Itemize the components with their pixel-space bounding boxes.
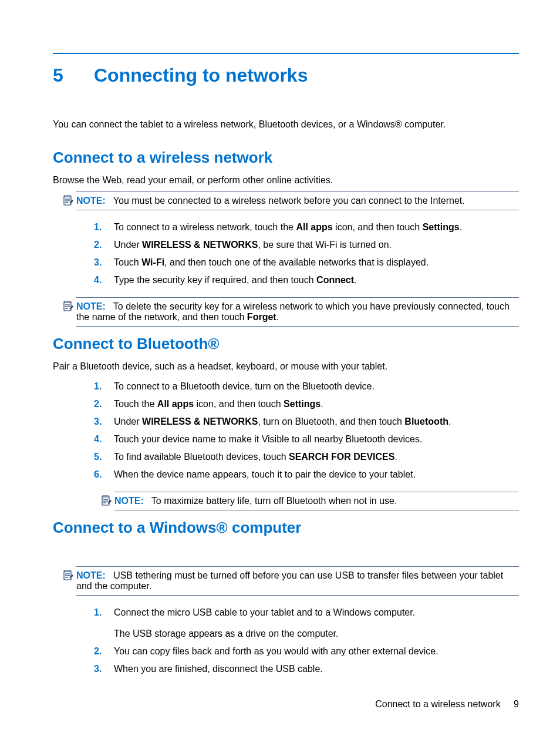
windows-steps: 1.Connect the micro USB cable to your ta… — [94, 604, 519, 678]
step-text: Touch your device name to make it Visibl… — [114, 434, 519, 445]
note-icon — [62, 300, 74, 312]
footer-text: Connect to a wireless network — [375, 699, 500, 709]
step-text: When the device name appears, touch it t… — [114, 469, 519, 480]
document-page: 5Connecting to networks You can connect … — [0, 0, 560, 746]
note-text: You must be connected to a wireless netw… — [113, 196, 465, 206]
chapter-heading: 5Connecting to networks — [53, 65, 519, 86]
step-number: 6. — [94, 469, 114, 480]
step-item: 1.Connect the micro USB cable to your ta… — [94, 604, 519, 643]
chapter-rule — [53, 53, 519, 54]
step-item: 3.Touch Wi-Fi, and then touch one of the… — [94, 254, 519, 271]
step-text: To connect to a wireless network, touch … — [114, 222, 519, 233]
step-item: 2.Under WIRELESS & NETWORKS, be sure tha… — [94, 236, 519, 254]
step-number: 5. — [94, 452, 114, 462]
note-icon — [100, 495, 112, 506]
note-icon — [62, 194, 74, 206]
chapter-intro: You can connect the tablet to a wireless… — [53, 119, 519, 130]
step-item: 5.To find available Bluetooth devices, t… — [94, 448, 519, 466]
wireless-lead: Browse the Web, read your email, or perf… — [53, 175, 519, 186]
step-text: To find available Bluetooth devices, tou… — [114, 452, 519, 462]
step-item: 3.When you are finished, disconnect the … — [94, 660, 519, 678]
note-text: To delete the security key for a wireles… — [76, 301, 510, 322]
step-number: 4. — [94, 275, 114, 285]
windows-note: NOTE: USB tethering must be turned off b… — [76, 566, 519, 596]
step-text: Connect the micro USB cable to your tabl… — [114, 607, 519, 639]
step-text: Type the security key if required, and t… — [114, 275, 519, 285]
step-text: Touch Wi-Fi, and then touch one of the a… — [114, 257, 519, 268]
note-label: NOTE: — [114, 496, 144, 506]
step-item: 1.To connect to a wireless network, touc… — [94, 219, 519, 236]
wireless-note-1: NOTE: You must be connected to a wireles… — [76, 191, 519, 210]
step-item: 1.To connect to a Bluetooth device, turn… — [94, 378, 519, 395]
chapter-number: 5 — [53, 65, 94, 86]
note-text: USB tethering must be turned off before … — [76, 570, 503, 591]
wireless-steps: 1.To connect to a wireless network, touc… — [94, 219, 519, 289]
note-text: To maximize battery life, turn off Bluet… — [151, 496, 397, 506]
step-number: 3. — [94, 257, 114, 268]
step-text: Under WIRELESS & NETWORKS, be sure that … — [114, 240, 519, 250]
bluetooth-lead: Pair a Bluetooth device, such as a heads… — [53, 361, 519, 372]
step-number: 4. — [94, 434, 114, 445]
step-number: 1. — [94, 222, 114, 233]
page-number: 9 — [514, 699, 519, 709]
bluetooth-note: NOTE: To maximize battery life, turn off… — [114, 492, 519, 510]
section-heading-windows: Connect to a Windows® computer — [53, 519, 519, 537]
step-item: 4.Touch your device name to make it Visi… — [94, 431, 519, 448]
note-icon — [62, 569, 74, 581]
wireless-note-2: NOTE: To delete the security key for a w… — [76, 297, 519, 327]
step-number: 3. — [94, 664, 114, 674]
step-item: 2.Touch the All apps icon, and then touc… — [94, 395, 519, 413]
bluetooth-steps: 1.To connect to a Bluetooth device, turn… — [94, 378, 519, 483]
step-number: 1. — [94, 381, 114, 392]
step-item: 4.Type the security key if required, and… — [94, 271, 519, 289]
step-item: 6.When the device name appears, touch it… — [94, 466, 519, 483]
step-number: 1. — [94, 607, 114, 639]
step-number: 2. — [94, 399, 114, 409]
step-number: 3. — [94, 416, 114, 427]
note-label: NOTE: — [76, 570, 106, 580]
step-item: 3.Under WIRELESS & NETWORKS, turn on Blu… — [94, 413, 519, 431]
step-text: Under WIRELESS & NETWORKS, turn on Bluet… — [114, 416, 519, 427]
step-text: To connect to a Bluetooth device, turn o… — [114, 381, 519, 392]
step-number: 2. — [94, 240, 114, 250]
note-label: NOTE: — [76, 196, 106, 206]
step-item: 2.You can copy files back and forth as y… — [94, 643, 519, 660]
section-heading-wireless: Connect to a wireless network — [53, 149, 519, 167]
step-text: You can copy files back and forth as you… — [114, 646, 519, 657]
step-text: When you are finished, disconnect the US… — [114, 664, 519, 674]
page-footer: Connect to a wireless network 9 — [375, 699, 519, 710]
note-label: NOTE: — [76, 301, 106, 311]
chapter-title: Connecting to networks — [94, 65, 308, 86]
step-text: Touch the All apps icon, and then touch … — [114, 399, 519, 409]
section-heading-bluetooth: Connect to Bluetooth® — [53, 335, 519, 353]
step-number: 2. — [94, 646, 114, 657]
